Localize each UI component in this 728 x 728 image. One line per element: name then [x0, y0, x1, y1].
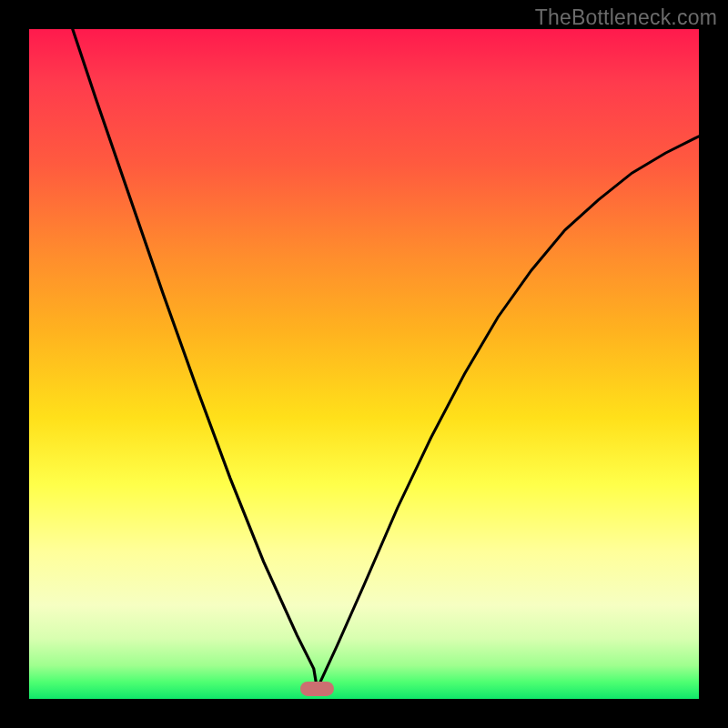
bottleneck-curve [29, 29, 699, 699]
curve-left-branch [73, 29, 318, 689]
watermark-text: TheBottleneck.com [535, 5, 717, 30]
curve-right-branch [318, 136, 700, 689]
chart-frame: TheBottleneck.com [0, 0, 728, 728]
bottleneck-marker [300, 682, 333, 696]
plot-area [29, 29, 699, 699]
